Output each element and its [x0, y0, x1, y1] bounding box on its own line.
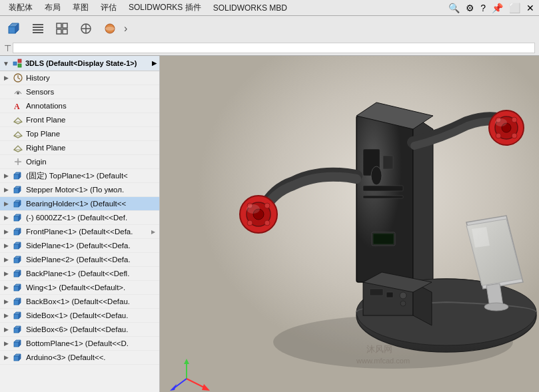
toolbar-more-btn[interactable]: ›: [123, 23, 129, 35]
sidebar-item-fixed-topplane[interactable]: ▶(固定) TopPlane<1> (Default<: [0, 169, 159, 183]
window-icon[interactable]: ⬜: [507, 3, 522, 13]
item-label: BackPlane<1> (Default<<Defl.: [26, 270, 129, 278]
sidebar-item-history[interactable]: ▶History: [0, 71, 159, 85]
svg-point-20: [17, 92, 19, 95]
expand-arrow: ▶: [4, 354, 11, 361]
sidebar-item-front-plane[interactable]: Front Plane: [0, 113, 159, 127]
right-motor: [489, 110, 524, 145]
svg-point-96: [496, 133, 501, 138]
svg-rect-58: [14, 300, 19, 305]
item-label: SidePlane<1> (Default<<Defa.: [26, 242, 131, 250]
expand-arrow: ▶: [4, 326, 11, 333]
sidebar-item-sidebox1[interactable]: ▶SideBox<1> (Default<<Defau.: [0, 309, 159, 323]
component-icon: [13, 212, 23, 223]
help-icon[interactable]: ?: [478, 3, 488, 13]
assembly-view: 沐风网 www.mfcad.com: [160, 56, 539, 392]
sidebar-item-right-plane[interactable]: Right Plane: [0, 141, 159, 155]
menu-layout[interactable]: 布局: [39, 0, 67, 15]
display-style-btn[interactable]: [99, 18, 121, 39]
list-btn[interactable]: [27, 18, 49, 39]
properties-btn[interactable]: [51, 18, 73, 39]
item-label: Wing<1> (Default<<Default>.: [26, 284, 125, 292]
sidebar-item-backbox1[interactable]: ▶BackBox<1> (Default<<Defau.: [0, 295, 159, 309]
svg-point-95: [512, 117, 517, 122]
component-icon: [13, 352, 23, 363]
sidebar-item-origin[interactable]: Origin: [0, 155, 159, 169]
item-label: SideBox<6> (Default<<Defau.: [26, 325, 128, 333]
item-label: Right Plane: [26, 144, 65, 152]
sidebar-item-wing1[interactable]: ▶Wing<1> (Default<<Default>.: [0, 281, 159, 295]
menu-sw-mbd[interactable]: SOLIDWORKS MBD: [207, 1, 293, 15]
plane-icon: [13, 128, 23, 139]
sidebar-item-top-plane[interactable]: Top Plane: [0, 127, 159, 141]
toolbar-area: › ⊤: [0, 16, 539, 56]
svg-point-111: [400, 292, 406, 299]
svg-point-97: [512, 133, 517, 138]
expand-arrow: ▶: [4, 340, 11, 347]
svg-rect-67: [14, 342, 19, 347]
sidebar: ▼ 3DLS (Default<Display State-1>) ▶ ▶His…: [0, 56, 160, 392]
expand-arrow: ▶: [4, 186, 11, 193]
component-icon: [13, 226, 23, 237]
filter-input[interactable]: [13, 43, 535, 53]
sidebar-item-sidebox6[interactable]: ▶SideBox<6> (Default<<Defau.: [0, 323, 159, 337]
svg-point-112: [400, 301, 406, 306]
sidebar-item-bearingholder[interactable]: ▶BearingHolder<1> (Default<<: [0, 197, 159, 211]
sidebar-item-stepper-motor[interactable]: ▶Stepper Motor<1> (По умол.: [0, 183, 159, 197]
svg-rect-70: [14, 356, 19, 361]
list-icon: [31, 22, 45, 35]
menu-sw-plugins[interactable]: SOLIDWORKS 插件: [123, 0, 207, 15]
sidebar-item-backplane1[interactable]: ▶BackPlane<1> (Default<<Defl.: [0, 267, 159, 281]
sidebar-item-6000zz[interactable]: ▶(-) 6000ZZ<1> (Default<<Def.: [0, 211, 159, 225]
svg-marker-22: [14, 118, 22, 124]
filter-icon[interactable]: ⊤: [4, 43, 11, 53]
svg-rect-9: [57, 29, 61, 34]
svg-point-15: [105, 27, 115, 31]
item-label: (固定) TopPlane<1> (Default<: [26, 171, 128, 181]
menu-assembly[interactable]: 装配体: [3, 0, 39, 15]
component-icon: [13, 296, 23, 307]
sidebar-item-sideplane2[interactable]: ▶SidePlane<2> (Default<<Defa.: [0, 253, 159, 267]
svg-text:A: A: [14, 102, 20, 110]
plane-icon: [13, 142, 23, 153]
sidebar-item-sideplane1[interactable]: ▶SidePlane<1> (Default<<Defa.: [0, 239, 159, 253]
item-label: Origin: [26, 158, 47, 166]
svg-rect-52: [14, 272, 19, 277]
item-label: Top Plane: [26, 130, 60, 138]
root-scroll-indicator: ▶: [152, 60, 157, 67]
sidebar-item-arduino3[interactable]: ▶Arduino<3> (Default<<.: [0, 351, 159, 365]
view-cube-icon: [7, 21, 21, 36]
component-icon: [13, 338, 23, 349]
sidebar-item-sensors[interactable]: Sensors: [0, 85, 159, 99]
svg-point-82: [371, 166, 382, 185]
svg-rect-110: [386, 292, 393, 297]
search-icon[interactable]: 🔍: [446, 3, 462, 13]
component-icon: [13, 198, 23, 209]
expand-arrow: ▶: [4, 75, 11, 81]
sidebar-item-frontplane[interactable]: ▶FrontPlane<1> (Default<<Defa.▶: [0, 225, 159, 239]
view-orient-btn[interactable]: [3, 18, 25, 39]
svg-rect-43: [14, 230, 19, 235]
watermark-url: www.mfcad.com: [356, 357, 410, 365]
item-label: Arduino<3> (Default<<.: [26, 353, 106, 361]
viewport: 沐风网 www.mfcad.com: [160, 56, 539, 392]
sidebar-item-annotations[interactable]: AAnnotations: [0, 99, 159, 113]
settings-icon[interactable]: ⚙: [464, 3, 476, 13]
svg-point-88: [247, 220, 253, 226]
menu-evaluate[interactable]: 评估: [95, 0, 123, 15]
svg-point-104: [484, 303, 508, 311]
svg-rect-8: [63, 23, 67, 28]
close-toolbar-icon[interactable]: ✕: [524, 3, 536, 13]
item-label: SideBox<1> (Default<<Defau.: [26, 311, 128, 319]
menu-sketch[interactable]: 草图: [67, 0, 95, 15]
fastener-icon: [79, 22, 93, 35]
svg-rect-5: [33, 29, 43, 31]
sidebar-item-bottomplane1[interactable]: ▶BottomPlane<1> (Default<<D.: [0, 337, 159, 351]
main-layout: ▼ 3DLS (Default<Display State-1>) ▶ ▶His…: [0, 56, 539, 392]
item-label: Front Plane: [26, 116, 65, 124]
sidebar-root[interactable]: ▼ 3DLS (Default<Display State-1>) ▶: [0, 56, 159, 71]
smart-fastener-btn[interactable]: [75, 18, 97, 39]
svg-rect-81: [363, 196, 403, 198]
svg-point-90: [247, 204, 260, 214]
pin-icon[interactable]: 📌: [490, 3, 505, 13]
